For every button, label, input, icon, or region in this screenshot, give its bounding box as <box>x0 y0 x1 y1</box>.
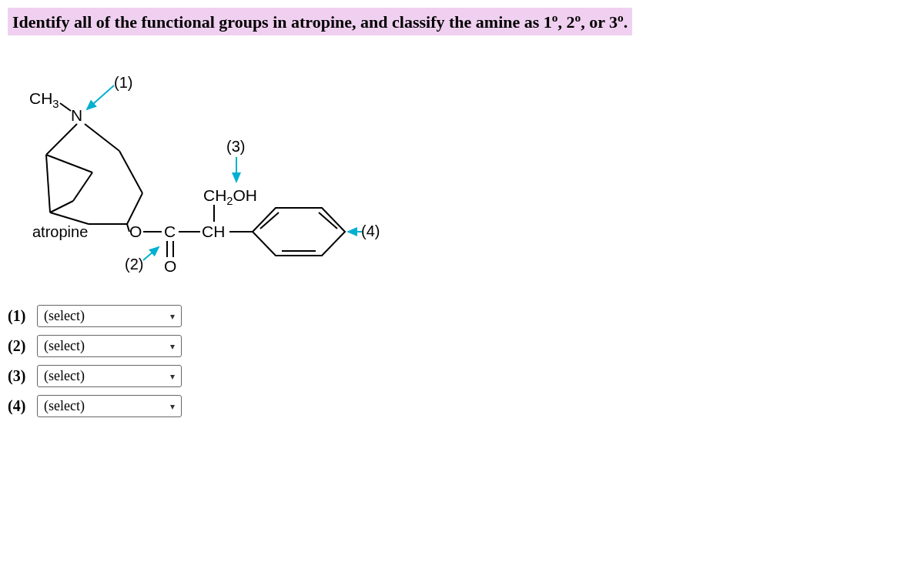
answer-row-2: (2) (select) ▾ <box>8 335 916 357</box>
answer-label-4: (4) <box>8 397 32 415</box>
select-1[interactable]: (select) ▾ <box>37 305 182 327</box>
question-text-mid2: , or 3 <box>581 12 618 32</box>
svg-marker-18 <box>253 208 345 256</box>
svg-line-4 <box>119 151 142 193</box>
select-3[interactable]: (select) ▾ <box>37 365 182 387</box>
svg-line-11 <box>127 224 129 232</box>
select-4[interactable]: (select) ▾ <box>37 395 182 417</box>
svg-line-3 <box>46 155 92 172</box>
select-2[interactable]: (select) ▾ <box>37 335 182 357</box>
degree-sup-1: o <box>552 11 558 24</box>
select-1-value: (select) <box>44 308 85 324</box>
answer-row-3: (3) (select) ▾ <box>8 365 916 387</box>
svg-line-0 <box>46 124 77 155</box>
select-3-value: (select) <box>44 368 85 384</box>
answer-row-1: (1) (select) ▾ <box>8 305 916 327</box>
svg-line-7 <box>50 201 73 212</box>
svg-line-2 <box>85 124 119 151</box>
chevron-down-icon: ▾ <box>170 400 175 412</box>
answer-label-3: (3) <box>8 367 32 385</box>
chevron-down-icon: ▾ <box>170 340 175 352</box>
svg-line-1 <box>46 155 50 212</box>
molecular-structure: CH3 N atropine (1) (3) CH2OH O C CH O (2… <box>8 59 916 289</box>
degree-sup-3: o <box>618 11 624 24</box>
chevron-down-icon: ▾ <box>170 310 175 322</box>
svg-line-6 <box>50 212 89 224</box>
answer-row-4: (4) (select) ▾ <box>8 395 916 417</box>
svg-line-10 <box>60 103 71 111</box>
question-text-end: . <box>624 12 628 32</box>
select-4-value: (select) <box>44 398 85 414</box>
question-text-mid1: , 2 <box>558 12 575 32</box>
arrow-1 <box>87 85 114 109</box>
svg-line-9 <box>127 193 142 224</box>
answer-label-1: (1) <box>8 307 32 325</box>
svg-line-5 <box>73 172 92 201</box>
structure-svg <box>8 59 408 289</box>
question-text-start: Identify all of the functional groups in… <box>12 12 552 32</box>
answer-label-2: (2) <box>8 337 32 355</box>
select-2-value: (select) <box>44 338 85 354</box>
question-header: Identify all of the functional groups in… <box>8 8 632 35</box>
arrow-2 <box>143 247 159 260</box>
chevron-down-icon: ▾ <box>170 370 175 382</box>
